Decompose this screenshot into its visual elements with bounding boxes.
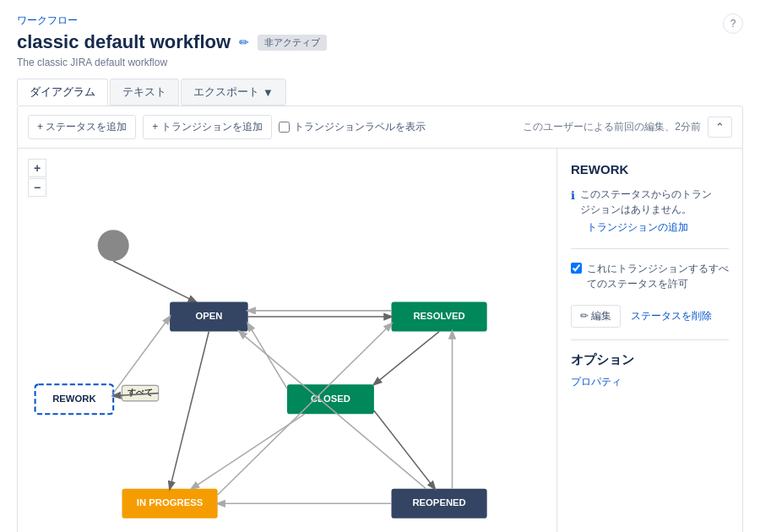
svg-line-7 [374,410,435,489]
help-button[interactable]: ? [723,14,743,34]
delete-status-link[interactable]: ステータスを削除 [631,309,712,323]
allow-all-checkbox[interactable]: これにトランジションするすべてのステータスを許可 [571,261,729,291]
tab-text[interactable]: テキスト [110,79,179,106]
node-closed-label: CLOSED [311,394,350,404]
diagram-area: + − OPEN RESOLVED CLOSED IN PROG [18,149,556,532]
node-inprogress-label: IN PROGRESS [137,497,204,508]
last-edit-text: このユーザーによる前回の編集、2分前 [523,120,701,134]
zoom-out-button[interactable]: − [28,178,46,197]
no-transition-text: このステータスからのトランジションはありません。 [580,187,712,217]
svg-line-4 [170,332,209,489]
svg-text:すべて: すべて [128,388,153,397]
info-icon: ℹ [571,187,575,204]
add-transition-link[interactable]: トランジションの追加 [587,220,729,235]
breadcrumb[interactable]: ワークフロー [17,14,743,28]
zoom-in-button[interactable]: + [28,159,46,177]
svg-line-0 [113,261,196,301]
node-rework-label: REWORK [52,394,96,404]
right-panel: REWORK ℹ このステータスからのトランジションはありません。 トランジショ… [556,149,742,532]
add-status-button[interactable]: + ステータスを追加 [28,115,136,139]
page-subtitle: The classic JIRA default workflow [17,57,743,68]
svg-line-14 [113,317,170,394]
tab-diagram[interactable]: ダイアグラム [17,79,108,106]
page-title: classic default workflow [17,31,231,53]
panel-title: REWORK [571,162,729,176]
options-title: オプション [571,352,729,368]
node-open-label: OPEN [195,311,222,321]
chevron-down-icon: ▼ [263,86,274,99]
svg-line-6 [248,323,287,388]
collapse-button[interactable]: ⌃ [708,117,732,138]
export-btn[interactable]: エクスポート ▼ [181,79,286,106]
node-resolved-label: RESOLVED [413,311,464,321]
edit-icon[interactable]: ✏ [239,35,249,49]
initial-node [98,230,129,261]
svg-line-5 [374,332,439,385]
inactive-badge: 非アクティブ [258,35,327,51]
add-transition-button[interactable]: + トランジションを追加 [143,115,271,139]
properties-link[interactable]: プロパティ [571,375,729,389]
show-labels-checkbox[interactable]: トランジションラベルを表示 [279,120,426,134]
node-reopened-label: REOPENED [412,497,465,508]
edit-button[interactable]: ✏ 編集 [571,305,621,328]
svg-line-9 [239,332,426,489]
